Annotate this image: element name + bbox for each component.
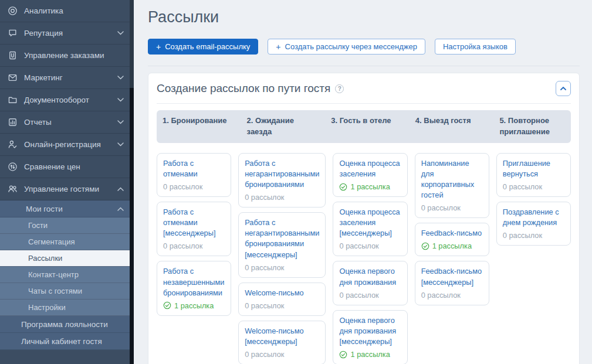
chevron-down-icon — [117, 142, 124, 147]
sidebar-item-contact-center[interactable]: Контакт-центр — [0, 267, 130, 283]
stage-4-column: Напоминание для корпоративных гостей 0 р… — [415, 153, 489, 305]
sidebar-item-label: Маркетинг — [24, 73, 63, 82]
sidebar-nav: Аналитика Репутация Управление заказами — [0, 0, 130, 350]
sidebar-item-price-comparison[interactable]: Сравнение цен — [0, 156, 130, 178]
plus-icon: + — [156, 43, 161, 51]
panel-divider — [157, 103, 571, 104]
sidebar-item-label: Контакт-центр — [28, 270, 79, 279]
stage-5-header: 5. Повторное приглашение — [493, 115, 571, 138]
sidebar-item-label: Управление заказами — [24, 51, 104, 60]
check-circle-icon — [339, 351, 347, 359]
sidebar-item-label: Документооборот — [24, 96, 89, 104]
sidebar-item-segmentation[interactable]: Сегментация — [0, 234, 130, 250]
journey-card-grid: Работа с отменами 0 рассылок Работа с от… — [157, 153, 571, 364]
sidebar-item-label: Мои гости — [26, 205, 63, 213]
mailing-card[interactable]: Работа с отменами [мессенджеры] 0 рассыл… — [157, 202, 231, 256]
journey-panel-header: Создание рассылок по пути гостя ? — [157, 81, 571, 96]
mailing-card[interactable]: Feedback-письмо [мессенджеры] 0 рассылок — [415, 261, 489, 305]
stage-3-header: 3. Гость в отеле — [325, 115, 402, 138]
sidebar-item-settings[interactable]: Настройки — [0, 300, 130, 316]
mailing-card[interactable]: Оценка первого дня проживания [мессендже… — [333, 310, 407, 364]
mailing-card[interactable]: Оценка первого дня проживания 0 рассылок — [333, 261, 407, 305]
header-divider — [148, 66, 580, 66]
reports-icon — [7, 117, 18, 128]
sidebar-item-label: Отчеты — [24, 118, 52, 127]
sidebar-scrollbar-thumb[interactable] — [130, 88, 134, 364]
help-icon[interactable]: ? — [335, 84, 344, 93]
online-checkin-icon — [7, 140, 18, 150]
chevron-up-icon — [117, 187, 124, 191]
mailing-card[interactable]: Работа с негарантированными бронирования… — [238, 212, 326, 278]
mailing-count: 0 рассылок — [503, 182, 564, 191]
sidebar-item-document-flow[interactable]: Документооборот — [0, 89, 130, 111]
stage-3-column: Оценка процесса заселения 1 рассылка Оце… — [333, 153, 407, 364]
mailing-count: 0 рассылок — [163, 182, 225, 191]
mailing-card[interactable]: Работа с негарантированными бронирования… — [238, 153, 326, 207]
sidebar-item-label: Чаты с гостями — [28, 287, 82, 295]
sidebar-item-guest-personal-account[interactable]: Личный кабинет гостя — [0, 333, 130, 350]
mailing-card[interactable]: Поздравление с днем рождения 0 рассылок — [496, 202, 571, 246]
mailing-card[interactable]: Feedback-письмо 1 рассылка — [415, 223, 489, 256]
price-comparison-icon — [7, 162, 18, 172]
guest-management-icon — [7, 184, 18, 195]
sidebar-item-order-management[interactable]: Управление заказами — [0, 45, 130, 67]
create-messenger-campaign-button[interactable]: + Создать рассылку через мессенджер — [268, 39, 425, 55]
docflow-icon — [7, 95, 18, 106]
journey-panel-title: Создание рассылок по пути гостя — [157, 82, 330, 95]
mailing-card[interactable]: Оценка процесса заселения 1 рассылка — [333, 153, 407, 197]
mailing-card[interactable]: Welcome-письмо [мессенджеры] 0 рассылок — [238, 321, 326, 364]
sidebar-scrollbar[interactable] — [130, 0, 134, 364]
mailing-card[interactable]: Работа с отменами 0 рассылок — [157, 153, 231, 197]
page-title: Рассылки — [148, 8, 580, 26]
marketing-icon — [7, 73, 18, 83]
mailing-card[interactable]: Напоминание для корпоративных гостей 0 р… — [415, 153, 489, 219]
mailing-count: 0 рассылок — [245, 301, 319, 310]
sidebar-item-reports[interactable]: Отчеты — [0, 111, 130, 134]
chevron-down-icon — [117, 31, 124, 35]
mailing-card[interactable]: Оценка процесса заселения [мессенджеры] … — [333, 202, 407, 256]
stage-1-column: Работа с отменами 0 рассылок Работа с от… — [157, 153, 231, 316]
chevron-up-icon — [560, 87, 566, 90]
chevron-down-icon — [117, 98, 124, 102]
stage-2-header: 2. Ожидание заезда — [241, 115, 319, 138]
mailing-count: 0 рассылок — [245, 193, 319, 202]
sidebar-item-my-guests[interactable]: Мои гости — [0, 200, 130, 217]
chevron-down-icon — [117, 120, 124, 124]
mailing-card[interactable]: Приглашение вернуться 0 рассылок — [496, 153, 571, 197]
mailing-count-active: 1 рассылка — [421, 241, 483, 250]
sidebar-item-label: Онлайн-регистрация — [24, 140, 101, 149]
sidebar-item-analytics[interactable]: Аналитика — [0, 0, 130, 22]
sidebar-item-label: Репутация — [24, 29, 63, 38]
mailing-count: 0 рассылок — [339, 241, 401, 250]
sidebar-item-label: Рассылки — [28, 254, 62, 263]
main-content: Рассылки + Создать email-рассылку + Созд… — [134, 0, 592, 364]
stage-5-column: Приглашение вернуться 0 рассылок Поздрав… — [496, 153, 571, 246]
chevron-down-icon — [117, 76, 124, 80]
sidebar-item-reputation[interactable]: Репутация — [0, 22, 130, 45]
app-window: Аналитика Репутация Управление заказами — [0, 0, 592, 364]
collapse-panel-button[interactable] — [556, 81, 571, 96]
create-email-campaign-button[interactable]: + Создать email-рассылку — [148, 39, 258, 55]
mailing-count: 0 рассылок — [421, 291, 483, 300]
mailing-count: 0 рассылок — [163, 241, 225, 250]
stage-1-header: 1. Бронирование — [157, 115, 234, 138]
sidebar-item-guest-chats[interactable]: Чаты с гостями — [0, 283, 130, 300]
sidebar-item-marketing[interactable]: Маркетинг — [0, 67, 130, 89]
mailing-count: 0 рассылок — [245, 350, 319, 359]
plus-icon: + — [276, 43, 280, 51]
mailing-count-active: 1 рассылка — [163, 301, 225, 310]
stage-4-header: 4. Выезд гостя — [410, 115, 487, 138]
mailing-card[interactable]: Welcome-письмо 0 рассылок — [238, 283, 326, 316]
sidebar-item-label: Гости — [28, 221, 48, 230]
sidebar-item-online-registration[interactable]: Онлайн-регистрация — [0, 134, 130, 156]
sidebar-item-label: Аналитика — [24, 6, 63, 15]
action-buttons: + Создать email-рассылку + Создать рассы… — [148, 39, 580, 55]
language-settings-button[interactable]: Настройка языков — [435, 39, 516, 55]
sidebar-item-guest-management[interactable]: Управление гостями — [0, 178, 130, 200]
sidebar-item-label: Сегментация — [28, 237, 75, 246]
sidebar-item-mailings[interactable]: Рассылки — [0, 250, 130, 267]
mailing-card[interactable]: Работа с незавершенными бронированиями 1… — [157, 261, 231, 315]
sidebar-item-guests[interactable]: Гости — [0, 217, 130, 234]
sidebar-item-label: Личный кабинет гостя — [21, 337, 102, 346]
sidebar-item-loyalty-program[interactable]: Программа лояльности — [0, 316, 130, 333]
